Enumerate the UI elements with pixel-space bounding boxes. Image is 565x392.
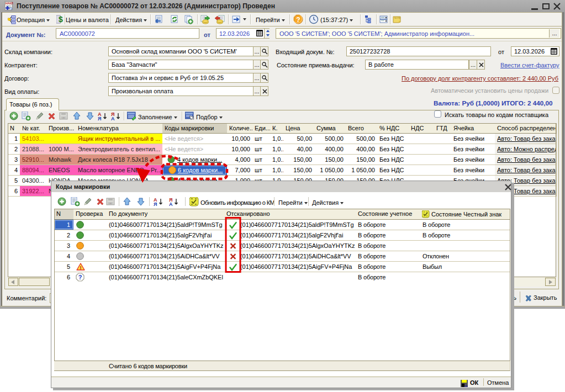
svg-text:А: А [111, 116, 115, 121]
svg-text:ОК: ОК [62, 116, 65, 119]
svg-text:NOTE: NOTE [394, 17, 400, 19]
svg-text:!: ! [80, 265, 82, 271]
svg-text:?: ? [296, 16, 300, 24]
svg-text:Я: Я [98, 116, 101, 121]
svg-text:А: А [169, 202, 173, 206]
svg-text:$: $ [59, 15, 63, 24]
svg-text:?: ? [78, 274, 82, 280]
svg-text:Я: Я [154, 202, 157, 206]
svg-text:НАКЛ: НАКЛ [6, 2, 13, 5]
svg-text:ОК: ОК [109, 202, 112, 205]
svg-text:ок: ок [464, 384, 468, 388]
